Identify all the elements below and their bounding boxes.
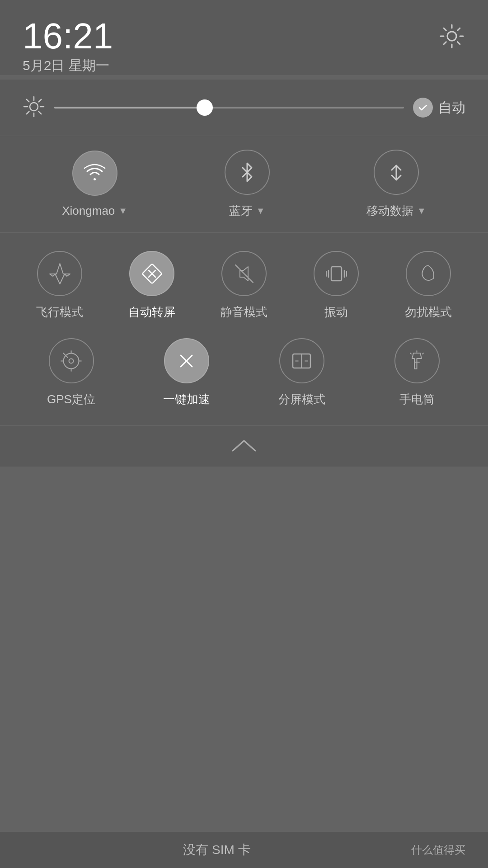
svg-rect-16 [331, 267, 342, 281]
bottom-area [0, 467, 488, 837]
speed-boost-label: 一键加速 [163, 392, 210, 407]
svg-line-37 [422, 353, 423, 354]
silent-label: 静音模式 [221, 304, 267, 320]
brightness-slider[interactable] [54, 107, 404, 108]
svg-point-1 [30, 103, 38, 111]
speed-boost-toggle[interactable]: 一键加速 [150, 338, 223, 407]
gear-icon [438, 23, 465, 50]
airplane-mode-toggle[interactable]: 飞行模式 [23, 251, 96, 320]
brightness-thumb[interactable] [197, 99, 213, 116]
wifi-circle [72, 151, 117, 196]
toggles-row-1: 飞行模式 自动转屏 静音模式 [14, 242, 474, 329]
auto-brightness-label: 自动 [438, 99, 465, 117]
clock-display: 16:21 [23, 18, 113, 54]
mobile-data-circle [374, 150, 419, 195]
split-screen-circle [279, 338, 324, 383]
brightness-row: 自动 [0, 80, 488, 136]
auto-rotate-circle [129, 251, 174, 296]
toggles-section: 飞行模式 自动转屏 静音模式 [0, 232, 488, 425]
flashlight-toggle[interactable]: 手电筒 [381, 338, 453, 407]
wifi-arrow-icon: ▼ [118, 206, 127, 216]
bluetooth-arrow-icon: ▼ [256, 206, 265, 216]
svg-point-22 [69, 359, 74, 363]
speed-boost-circle [164, 338, 209, 383]
split-screen-label: 分屏模式 [278, 392, 325, 407]
svg-line-36 [410, 353, 411, 354]
gps-circle [49, 338, 94, 383]
auto-rotate-label: 自动转屏 [128, 304, 175, 320]
wifi-label-row: Xiongmao ▼ [62, 204, 127, 218]
mobile-data-arrow-icon: ▼ [417, 206, 426, 216]
wifi-toggle[interactable]: Xiongmao ▼ [62, 151, 127, 218]
settings-button[interactable] [438, 18, 465, 52]
auto-rotate-toggle[interactable]: 自动转屏 [116, 251, 188, 320]
bluetooth-label: 蓝牙 [229, 203, 253, 219]
vibrate-label: 振动 [324, 304, 348, 320]
svg-line-8 [39, 99, 42, 102]
connectivity-row: Xiongmao ▼ 蓝牙 ▼ 移动数据 ▼ [0, 136, 488, 232]
dnd-label: 勿扰模式 [405, 304, 452, 320]
airplane-circle [37, 251, 82, 296]
time-date-block: 16:21 5月2日 星期一 [23, 18, 113, 75]
bluetooth-circle [225, 150, 270, 195]
svg-line-27 [63, 353, 68, 358]
vibrate-circle [314, 251, 359, 296]
svg-line-6 [27, 99, 29, 102]
date-display: 5月2日 星期一 [23, 57, 113, 75]
collapse-button[interactable] [0, 425, 488, 467]
dnd-circle [406, 251, 451, 296]
split-screen-toggle[interactable]: 分屏模式 [266, 338, 338, 407]
silent-circle [221, 251, 267, 296]
flashlight-circle [394, 338, 440, 383]
status-row: 16:21 5月2日 星期一 [23, 18, 465, 75]
auto-brightness-toggle[interactable]: 自动 [413, 98, 465, 118]
mobile-data-label: 移动数据 [366, 203, 413, 219]
gps-toggle[interactable]: GPS定位 [35, 338, 108, 407]
svg-point-0 [447, 32, 456, 41]
gps-label: GPS定位 [47, 392, 95, 407]
toggles-row-2: GPS定位 一键加速 分屏模式 [14, 329, 474, 416]
svg-line-7 [39, 112, 42, 114]
airplane-label: 飞行模式 [36, 304, 83, 320]
no-sim-text: 没有 SIM 卡 [23, 841, 411, 859]
flashlight-label: 手电筒 [399, 392, 435, 407]
mobile-data-toggle[interactable]: 移动数据 ▼ [366, 150, 426, 219]
wifi-label: Xiongmao [62, 204, 115, 218]
brightness-fill [54, 107, 205, 108]
top-panel: 16:21 5月2日 星期一 [0, 0, 488, 75]
bottom-bar: 没有 SIM 卡 什么值得买 [0, 832, 488, 868]
svg-line-15 [235, 265, 253, 283]
bluetooth-toggle[interactable]: 蓝牙 ▼ [225, 150, 270, 219]
dnd-toggle[interactable]: 勿扰模式 [392, 251, 465, 320]
bluetooth-label-row: 蓝牙 ▼ [229, 203, 265, 219]
mobile-data-label-row: 移动数据 ▼ [366, 203, 426, 219]
chevron-up-icon [230, 437, 258, 455]
vibrate-toggle[interactable]: 振动 [300, 251, 372, 320]
brand-text: 什么值得买 [411, 843, 465, 857]
silent-mode-toggle[interactable]: 静音模式 [208, 251, 280, 320]
svg-line-9 [27, 112, 29, 114]
auto-check-circle [413, 98, 433, 118]
brightness-icon [23, 95, 45, 120]
